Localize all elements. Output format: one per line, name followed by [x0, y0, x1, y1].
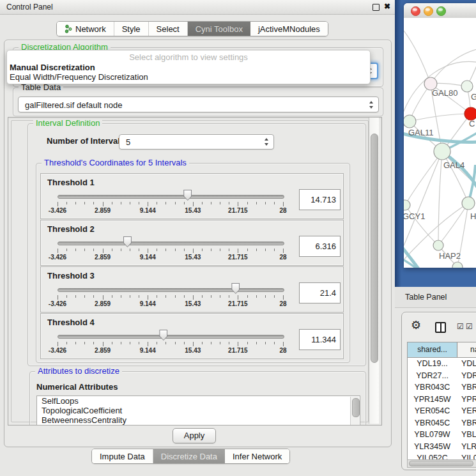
slider-tick-label: 21.715: [228, 254, 248, 261]
threshold-value-field[interactable]: 21.4: [299, 282, 341, 303]
network-edge[interactable]: [438, 151, 442, 245]
tab-select[interactable]: Select: [149, 22, 188, 36]
threshold-label: Threshold 2: [47, 224, 95, 234]
slider-track[interactable]: [58, 335, 284, 339]
float-window-icon[interactable]: [372, 4, 380, 11]
slider-tick: [238, 249, 238, 253]
table-row[interactable]: YBR043CYBR0: [408, 381, 476, 394]
close-icon[interactable]: ✖: [384, 2, 390, 11]
slider-tick: [175, 249, 176, 251]
columns-icon[interactable]: [435, 322, 446, 333]
network-edge-highlighted[interactable]: [404, 257, 439, 268]
slider-tick: [175, 295, 176, 298]
slider-tick: [139, 295, 139, 298]
slider-tick: [165, 249, 166, 251]
network-edge[interactable]: [410, 114, 471, 121]
network-canvas[interactable]: GAL80GCGAL11GAL4GCY1HHAP2: [404, 18, 476, 268]
popup-option-manual-discretization[interactable]: Manual Discretization: [10, 63, 95, 72]
slider-track[interactable]: [58, 242, 284, 245]
column-header-shared-name[interactable]: shared...: [408, 342, 457, 357]
slider-thumb[interactable]: [183, 190, 192, 201]
network-node-label: C: [469, 119, 475, 128]
slider-thumb[interactable]: [123, 236, 132, 247]
checkbox-icon[interactable]: ☑: [466, 323, 473, 330]
apply-button[interactable]: Apply: [173, 428, 216, 443]
slider-tick: [84, 342, 85, 344]
slider-thumb[interactable]: [159, 330, 167, 341]
scrollbar-thumb[interactable]: [352, 398, 360, 417]
network-edge-highlighted[interactable]: [404, 245, 431, 268]
bottom-tab-impute-data[interactable]: Impute Data: [92, 449, 153, 463]
number-of-intervals-combobox[interactable]: 5: [119, 134, 274, 150]
attribute-list-item[interactable]: BetweennessCentrality: [37, 415, 360, 425]
table-row[interactable]: YDL19...YDL1: [408, 358, 476, 370]
tab-cyni-toolbox[interactable]: Cyni Toolbox: [188, 22, 250, 36]
network-edge[interactable]: [438, 203, 468, 245]
slider-tick: [112, 342, 112, 344]
network-node-gal4[interactable]: [434, 143, 450, 160]
network-node-gal11[interactable]: [404, 115, 416, 128]
slider-tick: [247, 249, 248, 251]
minimize-traffic-light-icon[interactable]: [424, 6, 433, 16]
bottom-tab-discretize-data[interactable]: Discretize Data: [153, 449, 225, 463]
bottom-tab-infer-network[interactable]: Infer Network: [225, 449, 289, 463]
table-row[interactable]: YDR27...YDR2: [408, 370, 476, 382]
table-row[interactable]: YER054CYER0: [408, 405, 476, 417]
table-row[interactable]: YLR345WYLR3: [408, 441, 476, 453]
slider-tick: [58, 342, 58, 346]
slider-track[interactable]: [58, 288, 284, 292]
network-edge[interactable]: [442, 151, 468, 203]
attribute-list-item[interactable]: SelfLoops: [37, 396, 360, 406]
network-edge[interactable]: [404, 31, 431, 84]
slider-tick-label: 9.144: [140, 207, 156, 214]
numerical-attributes-list[interactable]: SelfLoopsTopologicalCoefficientBetweenne…: [36, 395, 360, 426]
table-horizontal-scrollbar[interactable]: [407, 459, 476, 468]
close-traffic-light-icon[interactable]: [411, 6, 420, 16]
network-node-label: G: [471, 92, 476, 102]
slider-tick: [274, 342, 275, 344]
slider-tick-label: 2.859: [95, 300, 111, 307]
threshold-value-field[interactable]: 6.316: [299, 236, 341, 257]
attributes-list-scrollbar[interactable]: [350, 397, 359, 425]
tab-network[interactable]: Network: [57, 22, 114, 36]
zoom-traffic-light-icon[interactable]: [436, 6, 446, 16]
column-header-name[interactable]: na: [457, 342, 476, 357]
slider-tick: [202, 295, 203, 298]
checkbox-icon[interactable]: ☑: [457, 323, 464, 330]
threshold-value-field[interactable]: 14.713: [299, 189, 341, 210]
slider-tick: [283, 202, 284, 206]
tab-style[interactable]: Style: [114, 22, 149, 36]
tab-jactivemnodules[interactable]: jActiveMNodules: [250, 22, 328, 36]
network-edge[interactable]: [431, 49, 476, 84]
threshold-value-field[interactable]: 11.344: [299, 329, 341, 350]
network-node-c[interactable]: [464, 107, 476, 120]
slider-tick: [265, 202, 266, 204]
slider-track[interactable]: [58, 195, 284, 199]
slider-tick: [112, 202, 112, 204]
attribute-list-item[interactable]: TopologicalCoefficient: [37, 406, 360, 415]
table-row[interactable]: YBL079WYBL0: [408, 429, 476, 441]
slider-tick: [256, 202, 257, 204]
network-node-hap2[interactable]: [433, 240, 443, 250]
slider-tick: [130, 295, 130, 298]
numerical-attributes-label: Numerical Attributes: [36, 382, 118, 392]
table-data-combobox[interactable]: galFiltered.sif default node: [18, 96, 379, 112]
network-node-g[interactable]: [461, 81, 473, 92]
slider-tick: [193, 342, 194, 346]
popup-option-equal-width-frequency[interactable]: Equal Width/Frequency Discretization: [10, 72, 148, 82]
slider-tick-label: 21.715: [228, 347, 248, 354]
gear-icon[interactable]: ⚙: [411, 319, 421, 331]
slider-tick: [274, 249, 275, 251]
scrollbar-thumb[interactable]: [371, 134, 378, 363]
scrollbar-thumb[interactable]: [409, 461, 473, 466]
slider-tick: [165, 342, 166, 344]
network-view-window: GAL80GCGAL11GAL4GCY1HHAP2: [404, 3, 476, 268]
network-node-gcy1[interactable]: [404, 200, 410, 210]
slider-tick: [229, 295, 229, 298]
network-node-h[interactable]: [462, 197, 475, 210]
table-row[interactable]: YBR045CYBR0: [408, 417, 476, 429]
threshold-4-box: Threshold 4-3.4262.8599.14415.4321.71528…: [40, 313, 344, 359]
settings-vertical-scrollbar[interactable]: [369, 118, 379, 424]
slider-thumb[interactable]: [231, 283, 240, 294]
table-row[interactable]: YPR145WYPR1: [408, 394, 476, 406]
